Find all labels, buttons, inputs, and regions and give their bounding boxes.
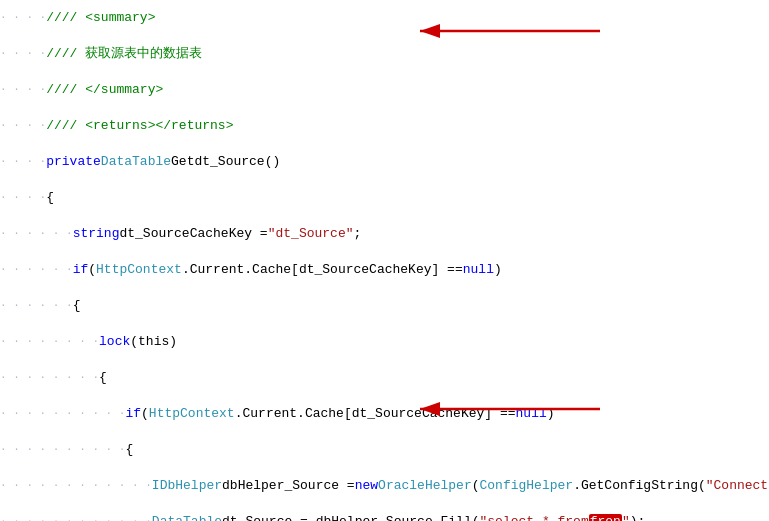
- token-normal: .Current.Cache[dt_SourceCacheKey] ==: [235, 406, 516, 421]
- code-line: · · · · · · · · {: [0, 368, 769, 386]
- token-normal: {: [99, 370, 107, 385]
- token-keyword: lock: [99, 334, 130, 349]
- token-normal: ): [547, 406, 555, 421]
- token-keyword: string: [73, 226, 120, 241]
- token-keyword: if: [125, 406, 141, 421]
- token-keyword: private: [46, 154, 101, 169]
- token-keyword: if: [73, 262, 89, 277]
- line-indent-dots: · · · ·: [0, 191, 46, 203]
- token-normal: {: [125, 442, 133, 457]
- line-indent-dots: · · · ·: [0, 119, 46, 131]
- token-normal: {: [46, 190, 54, 205]
- token-normal: {: [73, 298, 81, 313]
- code-line: · · · · · · · · · · {: [0, 440, 769, 458]
- token-normal: (: [472, 478, 480, 493]
- token-keyword: null: [516, 406, 547, 421]
- line-indent-dots: · · · · · · · ·: [0, 371, 99, 383]
- token-normal: (this): [130, 334, 177, 349]
- token-type: HttpContext: [96, 262, 182, 277]
- token-comment: //// <returns></returns>: [46, 118, 233, 133]
- code-line: · · · · //// <returns></returns>: [0, 116, 769, 134]
- token-keyword: null: [463, 262, 494, 277]
- code-line: · · · · private DataTable Getdt_Source(): [0, 152, 769, 170]
- code-line: · · · · //// <summary>: [0, 8, 769, 26]
- token-normal: ): [494, 262, 502, 277]
- code-line: · · · · · · {: [0, 296, 769, 314]
- token-type: HttpContext: [149, 406, 235, 421]
- code-line: · · · · · · · · lock (this): [0, 332, 769, 350]
- token-redline: fron: [589, 514, 622, 522]
- token-normal: (: [141, 406, 149, 421]
- line-indent-dots: · · · · · · · ·: [0, 335, 99, 347]
- code-line: · · · · · · · · · · if (HttpContext.Curr…: [0, 404, 769, 422]
- line-indent-dots: · · · · · · · · · ·: [0, 443, 125, 455]
- code-line: · · · · · · string dt_SourceCacheKey = "…: [0, 224, 769, 242]
- token-normal: dt_SourceCacheKey =: [119, 226, 267, 241]
- token-string: "ConnectionStrin: [706, 478, 769, 493]
- token-normal: (: [88, 262, 96, 277]
- token-type: DataTable: [101, 154, 171, 169]
- line-indent-dots: · · · ·: [0, 47, 46, 59]
- line-indent-dots: · · · ·: [0, 83, 46, 95]
- line-indent-dots: · · · · · ·: [0, 299, 73, 311]
- line-indent-dots: · · · · · · · · · ·: [0, 407, 125, 419]
- token-normal: );: [630, 514, 646, 522]
- line-indent-dots: · · · · · · · · · · · ·: [0, 515, 152, 521]
- token-string: ": [622, 514, 630, 522]
- code-line: · · · · · · · · · · · · DataTable dt_Sou…: [0, 512, 769, 521]
- line-indent-dots: · · · ·: [0, 155, 46, 167]
- token-normal: dbHelper_Source =: [222, 478, 355, 493]
- token-normal: dt_Source = dbHelper_Source.Fill(: [222, 514, 479, 522]
- token-type: OracleHelper: [378, 478, 472, 493]
- line-indent-dots: · · · · · ·: [0, 227, 73, 239]
- token-comment: //// <summary>: [46, 10, 155, 25]
- token-type: ConfigHelper: [480, 478, 574, 493]
- token-string: "select * from: [480, 514, 589, 522]
- code-editor: · · · · //// <summary>· · · · //// 获取源表中…: [0, 0, 769, 521]
- code-line: · · · · · · if (HttpContext.Current.Cach…: [0, 260, 769, 278]
- code-line: · · · · //// 获取源表中的数据表: [0, 44, 769, 62]
- token-comment: //// </summary>: [46, 82, 163, 97]
- token-normal: ;: [354, 226, 362, 241]
- token-normal: .Current.Cache[dt_SourceCacheKey] ==: [182, 262, 463, 277]
- code-line: · · · · //// </summary>: [0, 80, 769, 98]
- token-type: IDbHelper: [152, 478, 222, 493]
- code-line: · · · · · · · · · · · · IDbHelper dbHelp…: [0, 476, 769, 494]
- code-line: · · · · {: [0, 188, 769, 206]
- token-keyword: new: [355, 478, 378, 493]
- token-type: DataTable: [152, 514, 222, 522]
- token-comment: //// 获取源表中的数据表: [46, 44, 202, 62]
- line-indent-dots: · · · · · · · · · · · ·: [0, 479, 152, 491]
- token-normal: .GetConfigString(: [573, 478, 706, 493]
- line-indent-dots: · · · ·: [0, 11, 46, 23]
- token-normal: Getdt_Source(): [171, 154, 280, 169]
- line-indent-dots: · · · · · ·: [0, 263, 73, 275]
- token-string: "dt_Source": [268, 226, 354, 241]
